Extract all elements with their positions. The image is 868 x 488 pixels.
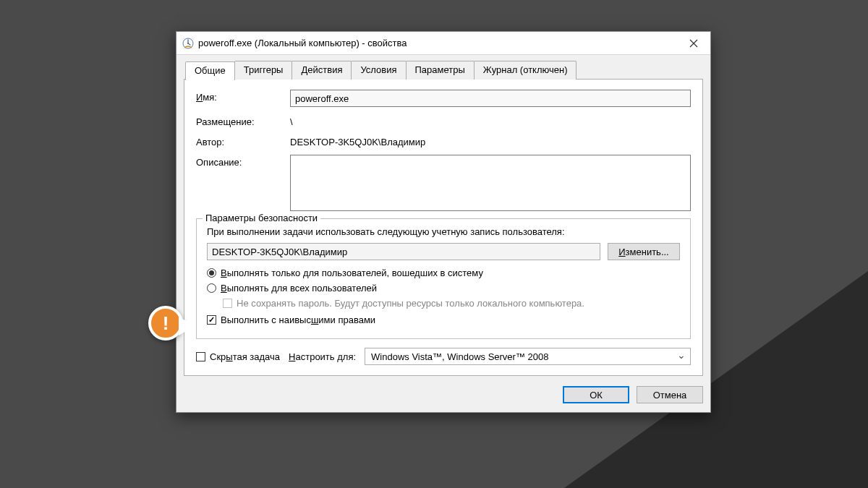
svg-point-1	[187, 43, 189, 44]
configure-for-value: Windows Vista™, Windows Server™ 2008	[371, 351, 548, 362]
label-location: Размещение:	[196, 114, 290, 127]
radio-allusers-label: Выполнять для всех пользователей	[221, 283, 377, 294]
run-as-label: При выполнении задачи использовать следу…	[207, 226, 680, 237]
label-description: Описание:	[196, 155, 290, 168]
properties-dialog: poweroff.exe (Локальный компьютер) - сво…	[176, 31, 711, 413]
tab-conditions[interactable]: Условия	[351, 61, 406, 80]
close-button[interactable]	[677, 32, 710, 54]
configure-for-select[interactable]: Windows Vista™, Windows Server™ 2008	[365, 348, 691, 365]
tab-strip: Общие Триггеры Действия Условия Параметр…	[185, 61, 703, 80]
bottom-row: Скрытая задача Настроить для: Windows Vi…	[196, 348, 691, 365]
configure-for-label: Настроить для:	[289, 351, 356, 362]
row-location: Размещение: \	[196, 114, 691, 127]
location-value: \	[290, 114, 293, 127]
author-value: DESKTOP-3K5QJ0K\Владимир	[290, 134, 425, 147]
tab-general[interactable]: Общие	[185, 61, 235, 80]
radio-allusers[interactable]: Выполнять для всех пользователей	[207, 283, 680, 294]
tab-history[interactable]: Журнал (отключен)	[474, 61, 577, 80]
label-author: Автор:	[196, 134, 290, 147]
change-user-button[interactable]: Изменить...	[608, 243, 680, 260]
security-groupbox: Параметры безопасности При выполнении за…	[196, 218, 691, 339]
hidden-label: Скрытая задача	[210, 351, 280, 362]
checkbox-icon	[196, 352, 205, 361]
check-hidden-task[interactable]: Скрытая задача	[196, 351, 280, 362]
tab-triggers[interactable]: Триггеры	[234, 61, 293, 80]
radio-loggedon[interactable]: Выполнять только для пользователей, воше…	[207, 267, 680, 278]
row-author: Автор: DESKTOP-3K5QJ0K\Владимир	[196, 134, 691, 147]
dialog-body: Общие Триггеры Действия Условия Параметр…	[176, 55, 710, 412]
close-icon	[689, 39, 698, 48]
name-input[interactable]	[290, 90, 691, 107]
account-row: Изменить...	[207, 243, 680, 260]
security-legend: Параметры безопасности	[203, 213, 320, 223]
account-input	[207, 243, 600, 260]
dialog-buttons: ОК Отмена	[184, 386, 703, 403]
attention-callout: !	[148, 306, 183, 341]
exclamation-icon: !	[163, 312, 169, 335]
window-title: poweroff.exe (Локальный компьютер) - сво…	[198, 38, 677, 48]
radio-icon	[207, 283, 216, 293]
titlebar[interactable]: poweroff.exe (Локальный компьютер) - сво…	[176, 32, 710, 55]
row-name: Имя:	[196, 90, 691, 107]
checkbox-icon	[207, 315, 216, 325]
highest-priv-label: Выполнить с наивысшими правами	[221, 314, 375, 325]
radio-icon	[207, 268, 216, 278]
nosave-label: Не сохранять пароль. Будут доступны ресу…	[237, 298, 584, 309]
cancel-button[interactable]: Отмена	[637, 386, 703, 403]
radio-loggedon-label: Выполнять только для пользователей, воше…	[221, 267, 483, 278]
ok-button[interactable]: ОК	[563, 386, 629, 403]
tab-settings[interactable]: Параметры	[406, 61, 475, 80]
checkbox-icon	[223, 299, 232, 308]
label-name: Имя:	[196, 90, 290, 103]
description-input[interactable]	[290, 155, 691, 211]
tabpage-general: Имя: Размещение: \ Автор: DESKTOP-3K5QJ0…	[184, 79, 703, 376]
tab-actions[interactable]: Действия	[292, 61, 352, 80]
clock-icon	[182, 38, 194, 49]
check-nosave-password: Не сохранять пароль. Будут доступны ресу…	[223, 298, 680, 309]
row-description: Описание:	[196, 155, 691, 211]
check-highest-privileges[interactable]: Выполнить с наивысшими правами	[207, 314, 680, 325]
